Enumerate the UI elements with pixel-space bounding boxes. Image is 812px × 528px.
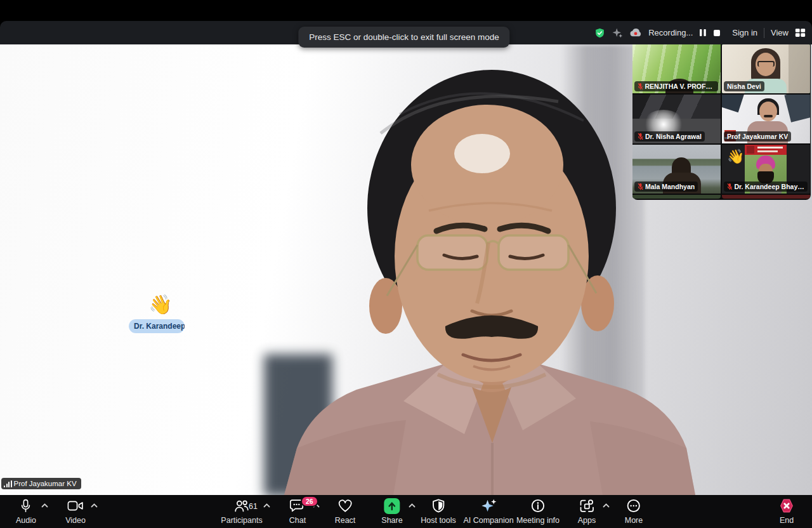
participants-icon [235,499,249,513]
muted-mic-icon [638,82,643,90]
host-tools-shield-icon [432,499,445,513]
recording-label: Recording... [648,28,693,37]
encryption-shield-icon [594,27,605,39]
end-meeting-button[interactable]: End [779,498,794,525]
meeting-control-toolbar: Audio Video Participants 61 Chat React S… [0,495,812,528]
ai-companion-button[interactable]: AI Companion [463,498,513,525]
share-screen-icon [384,498,400,514]
more-label: More [625,516,643,525]
chat-unread-badge: 26 [301,496,318,507]
recording-cloud-icon [629,28,642,37]
participants-chevron[interactable] [263,503,270,508]
view-button[interactable]: View [771,28,789,37]
video-thumbnail-mala[interactable]: Mala Mandhyan [632,145,721,194]
next-row-preview [632,195,811,199]
more-button[interactable]: More [625,498,643,525]
menu-divider [764,28,764,38]
camera-icon [68,500,84,512]
thumbnail-name: RENJITHA V. PROFES... [645,82,715,90]
video-label: Video [65,516,86,525]
apps-icon [580,499,594,513]
share-chevron[interactable] [409,503,416,508]
video-thumbnail-nisha-agrawal[interactable]: Dr. Nisha Agrawal [632,95,721,143]
video-thumbnail-renjitha[interactable]: RENJITHA V. PROFES... [632,44,721,93]
chat-label: Chat [289,516,306,525]
ai-companion-status-icon [612,27,623,39]
view-layout-icon[interactable] [795,28,806,37]
stop-recording-button[interactable] [713,29,721,37]
heart-icon [338,499,353,513]
glasses-shape [757,61,775,67]
pause-recording-button[interactable] [699,29,707,37]
muted-mic-icon [638,183,643,190]
apps-chevron[interactable] [603,503,610,508]
ai-companion-label: AI Companion [463,516,513,525]
muted-mic-icon [727,183,732,190]
host-tools-label: Host tools [421,516,456,525]
fullscreen-exit-tooltip: Press ESC or double-click to exit full s… [298,27,509,48]
reaction-overlay: 👋 Dr. Karandeep Bh [129,294,192,333]
participants-label: Participants [221,516,262,525]
thumbnail-name: Nisha Devi [727,82,761,90]
audio-label: Audio [16,516,36,525]
raised-hand-emoji: 👋 [727,148,744,164]
thumbnail-name: Prof Jayakumar KV [727,133,788,140]
react-label: React [335,516,356,525]
video-thumbnail-jayakumar[interactable]: Prof Jayakumar KV [722,95,810,143]
video-options-chevron[interactable] [91,503,98,508]
speaker-name-text: Prof Jayakumar KV [14,480,77,487]
audio-level-icon [4,480,12,487]
apps-button[interactable]: Apps [578,498,596,525]
muted-mic-icon [638,133,643,140]
thumbnail-name: Dr. Nisha Agrawal [645,133,702,140]
ai-companion-icon [480,498,497,513]
waving-hand-emoji: 👋 [129,294,192,315]
share-label: Share [381,516,402,525]
share-button[interactable]: Share [381,498,402,525]
more-ellipsis-icon [627,499,641,513]
end-label: End [780,516,794,525]
sign-in-button[interactable]: Sign in [732,28,757,37]
audio-options-chevron[interactable] [41,503,48,508]
thumbnail-name: Dr. Karandeep Bhayana [734,183,804,190]
react-button[interactable]: React [335,498,356,525]
video-button[interactable]: Video [65,498,86,525]
meeting-info-button[interactable]: Meeting info [516,498,560,525]
meeting-info-label: Meeting info [516,516,560,525]
microphone-icon [20,499,32,513]
apps-label: Apps [578,516,596,525]
reaction-name-pill: Dr. Karandeep Bh [129,319,185,333]
end-meeting-icon [779,498,794,513]
video-thumbnail-karandeep[interactable]: 👋 Dr. Karandeep Bhayana [722,145,810,194]
participants-count: 61 [249,502,258,511]
zoom-meeting-window: Recording... Sign in View Press ESC or d… [0,0,812,528]
thumbnail-name: Mala Mandhyan [645,183,695,190]
audio-button[interactable]: Audio [16,498,36,525]
speaker-name-label: Prof Jayakumar KV [1,478,81,489]
host-tools-button[interactable]: Host tools [421,498,456,525]
participants-thumbnail-panel: RENJITHA V. PROFES... Nisha Devi Dr. Nis… [632,44,811,200]
video-thumbnail-nisha-devi[interactable]: Nisha Devi [722,44,810,93]
info-icon [531,499,545,513]
